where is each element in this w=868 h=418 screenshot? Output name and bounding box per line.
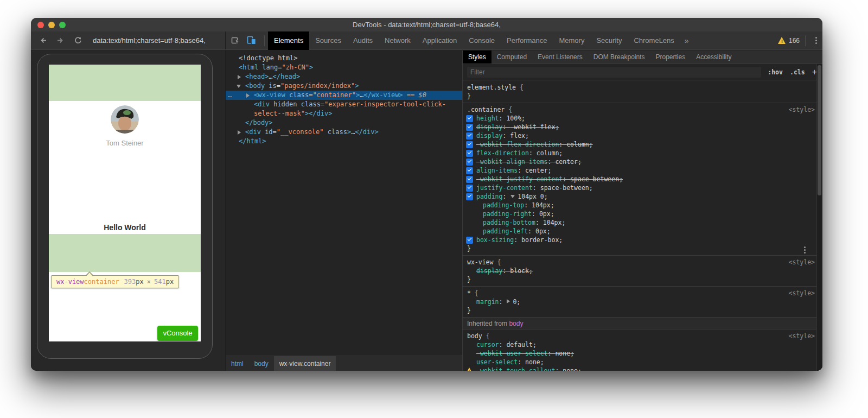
dom-tree-row[interactable]: <div id="__vconsole" class>…</div> [226,128,462,137]
inspect-cursor-icon[interactable] [231,36,240,45]
css-property[interactable]: -webkit-user-select: none; [463,349,816,358]
expand-longhand-icon[interactable] [507,299,510,303]
dom-tree-row[interactable]: select--mask"></div> [226,109,462,118]
styles-filter-input[interactable] [467,67,761,78]
zoom-window-button[interactable] [59,22,66,28]
rule-selector[interactable]: body [467,332,482,340]
breadcrumb-item[interactable]: body [249,356,274,371]
css-property[interactable]: padding-right: 0px; [463,210,816,218]
property-checkbox[interactable] [466,193,473,200]
css-property[interactable]: box-sizing: border-box; [463,236,816,244]
stylesheet-link[interactable]: <style> [789,258,815,267]
property-checkbox[interactable] [466,115,473,122]
styles-tab-properties[interactable]: Properties [650,50,691,64]
tab-performance[interactable]: Performance [501,31,553,50]
rule-selector[interactable]: element.style [467,84,516,91]
styles-tab-accessibility[interactable]: Accessibility [691,50,737,64]
css-property[interactable]: display: block; [463,267,816,275]
css-property[interactable]: flex-direction: column; [463,149,816,157]
styles-tab-dom-breakpoints[interactable]: DOM Breakpoints [588,50,650,64]
css-property[interactable]: !-webkit-touch-callout: none; [463,366,816,371]
dom-tree-row[interactable]: <head>…</head> [226,72,462,81]
more-actions-dots[interactable]: … [228,91,232,100]
css-property[interactable]: padding-top: 104px; [463,201,816,210]
css-rule: wx-view {<style>display: block;} [463,256,816,287]
back-icon[interactable] [39,36,48,45]
dom-tree-row[interactable]: …<wx-view class="container">…</wx-view> … [226,91,462,100]
more-tabs-chevron-icon[interactable]: » [680,31,693,50]
stylesheet-link[interactable]: <style> [789,105,815,114]
css-property[interactable]: -webkit-justify-content: space-between; [463,175,816,183]
avatar[interactable] [111,105,139,134]
css-property[interactable]: -webkit-flex-direction: column; [463,140,816,149]
tab-sources[interactable]: Sources [309,31,347,50]
toggle-hover-state-button[interactable]: :hov [768,68,783,76]
css-property[interactable]: cursor: default; [463,340,816,349]
tab-application[interactable]: Application [417,31,463,50]
css-property[interactable]: padding-bottom: 104px; [463,218,816,227]
property-checkbox[interactable] [466,150,473,157]
vconsole-button[interactable]: vConsole [157,326,198,341]
css-property[interactable]: display: flex; [463,131,816,140]
css-property[interactable]: align-items: center; [463,166,816,175]
stylesheet-link[interactable]: <style> [789,289,815,297]
tab-memory[interactable]: Memory [553,31,590,50]
property-checkbox[interactable] [466,124,473,131]
tab-console[interactable]: Console [463,31,501,50]
rule-selector[interactable]: * [467,289,471,297]
breadcrumb-item[interactable]: wx-view.container [274,356,336,371]
property-checkbox[interactable] [466,185,473,192]
rule-selector[interactable]: .container [467,106,505,113]
tab-network[interactable]: Network [379,31,417,50]
expand-icon[interactable] [246,91,252,100]
dom-tree-row[interactable]: </html> [226,137,462,146]
css-property[interactable]: justify-content: space-between; [463,183,816,192]
rule-menu-kebab-icon[interactable] [804,249,806,251]
breadcrumb-item[interactable]: html [226,356,249,371]
tab-security[interactable]: Security [590,31,628,50]
property-checkbox[interactable] [466,167,473,174]
expand-icon[interactable] [238,72,243,81]
styles-tab-event-listeners[interactable]: Event Listeners [532,50,588,64]
dom-tree-row[interactable]: <body is="pages/index/index"> [226,81,462,91]
css-property[interactable]: display: -webkit-flex; [463,123,816,131]
styles-tab-styles[interactable]: Styles [463,50,492,64]
expand-icon[interactable] [238,128,243,137]
collapse-longhand-icon[interactable] [510,195,515,198]
css-property[interactable]: -webkit-align-items: center; [463,157,816,166]
css-property[interactable]: height: 100%; [463,114,816,123]
css-property[interactable]: user-select: none; [463,358,816,366]
rule-selector[interactable]: wx-view [467,258,493,266]
property-checkbox[interactable] [466,132,473,140]
css-property[interactable]: padding-left: 0px; [463,227,816,236]
property-checkbox[interactable] [466,176,473,183]
styles-tab-computed[interactable]: Computed [492,50,532,64]
tab-audits[interactable]: Audits [347,31,379,50]
forward-icon[interactable] [56,36,65,45]
reload-icon[interactable] [73,36,82,45]
property-checkbox[interactable] [466,237,473,244]
styles-filter-row: :hov .cls + [463,64,822,80]
tab-elements[interactable]: Elements [268,31,309,50]
property-checkbox[interactable] [466,159,473,166]
minimize-window-button[interactable] [48,22,55,28]
tab-chromelens[interactable]: ChromeLens [628,31,680,50]
dom-tree-row[interactable]: <!doctype html> [226,54,462,63]
dom-tree-row[interactable]: <div hidden class="exparser-inspector-to… [226,100,462,109]
toggle-class-button[interactable]: .cls [790,68,805,76]
collapse-icon[interactable] [238,81,243,91]
warnings-badge[interactable]: ! 166 [778,37,804,45]
property-checkbox[interactable] [466,141,473,148]
scrollbar-thumb[interactable] [818,65,821,195]
devtools-menu-kebab-icon[interactable] [815,40,817,41]
device-toolbar-icon[interactable] [247,36,257,45]
dom-tree-row[interactable]: </body> [226,118,462,128]
close-window-button[interactable] [37,22,44,28]
dom-tree-row[interactable]: <html lang="zh-CN"> [226,63,462,72]
css-property[interactable]: padding: 104px 0; [463,192,816,201]
inherited-body-link[interactable]: body [509,320,523,327]
css-property[interactable]: margin: 0; [463,297,816,306]
stylesheet-link[interactable]: <style> [789,332,815,340]
check-icon [467,124,471,128]
address-bar[interactable]: data:text/html;charset=utf-8;base64, [93,36,206,45]
